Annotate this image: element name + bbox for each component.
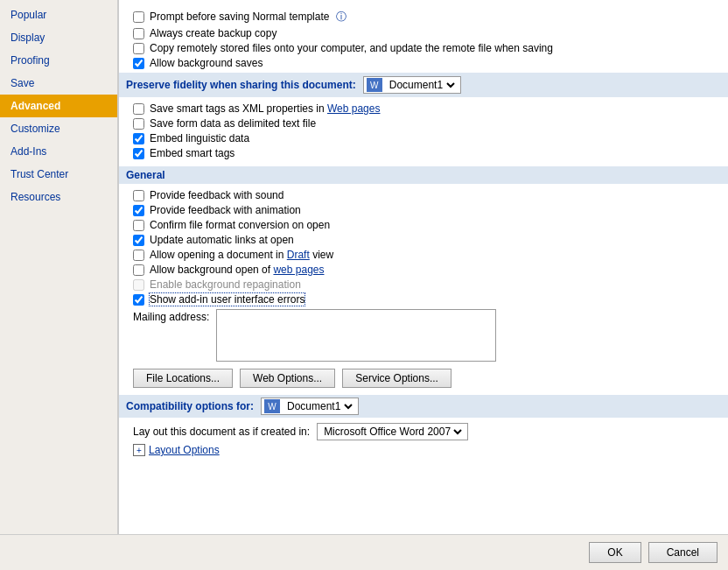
checkbox-feedback-sound-input[interactable]: [133, 190, 144, 201]
checkbox-smart-tags-xml-label: Save smart tags as XML properties in Web…: [150, 102, 380, 115]
checkbox-background-open: Allow background open of web pages: [130, 264, 718, 276]
checkbox-form-data-input[interactable]: [133, 118, 144, 130]
sidebar-item-popular[interactable]: Popular: [0, 4, 117, 26]
compat-label: Compatibility options for:: [126, 400, 254, 412]
checkbox-smart-tags-xml-input[interactable]: [133, 103, 144, 115]
checkbox-background-saves-input[interactable]: [133, 58, 144, 69]
sidebar-item-trustcenter[interactable]: Trust Center: [0, 163, 117, 186]
fidelity-row: Preserve fidelity when sharing this docu…: [119, 73, 728, 97]
mailing-address-row: Mailing address:: [130, 309, 718, 362]
checkbox-smart-tags-xml: Save smart tags as XML properties in Web…: [130, 102, 718, 115]
checkbox-update-links-input[interactable]: [133, 235, 144, 246]
draft-link: Draft: [287, 249, 310, 261]
mailing-address-input[interactable]: [216, 309, 496, 362]
checkbox-feedback-sound: Provide feedback with sound: [130, 189, 718, 201]
layout-options-row: + Layout Options: [133, 444, 718, 456]
compat-doc-icon: W: [264, 399, 280, 413]
dialog-body: Popular Display Proofing Save Advanced C…: [0, 0, 728, 534]
checkbox-repagination-input: [133, 279, 144, 291]
layout-label: Lay out this document as if created in:: [133, 426, 310, 438]
checkbox-copy-remote-label: Copy remotely stored files onto your com…: [150, 42, 553, 54]
sidebar-item-customize[interactable]: Customize: [0, 117, 117, 140]
checkbox-confirm-format-label: Confirm file format conversion on open: [150, 219, 330, 231]
dialog-footer: OK Cancel: [0, 534, 728, 570]
checkbox-addin-errors: Show add-in user interface errors: [130, 293, 718, 306]
checkbox-repagination: Enable background repagination: [130, 278, 718, 291]
sidebar-item-proofing[interactable]: Proofing: [0, 49, 117, 72]
checkbox-form-data: Save form data as delimited text file: [130, 117, 718, 130]
info-icon: ⓘ: [336, 11, 346, 23]
compat-select[interactable]: Document1: [284, 399, 355, 413]
checkbox-feedback-sound-label: Provide feedback with sound: [150, 189, 284, 201]
sidebar-item-advanced[interactable]: Advanced: [0, 95, 117, 117]
checkbox-backup: Always create backup copy: [130, 27, 718, 39]
checkbox-update-links-label: Update automatic links at open: [150, 234, 294, 246]
checkbox-embed-linguistic-input[interactable]: [133, 133, 144, 144]
checkbox-background-open-input[interactable]: [133, 264, 144, 276]
checkbox-repagination-label: Enable background repagination: [150, 278, 301, 291]
checkbox-prompt-normal-input[interactable]: [133, 11, 144, 23]
checkbox-update-links: Update automatic links at open: [130, 234, 718, 246]
mailing-address-label: Mailing address:: [133, 309, 209, 323]
checkbox-confirm-format-input[interactable]: [133, 220, 144, 231]
cancel-button[interactable]: Cancel: [648, 542, 718, 563]
layout-options-label[interactable]: Layout Options: [149, 444, 220, 456]
checkbox-copy-remote: Copy remotely stored files onto your com…: [130, 42, 718, 54]
checkbox-embed-smart-tags-label: Embed smart tags: [150, 147, 234, 159]
sidebar-item-addins[interactable]: Add-Ins: [0, 140, 117, 163]
action-buttons-row: File Locations... Web Options... Service…: [133, 369, 718, 388]
checkbox-backup-label: Always create backup copy: [150, 27, 276, 39]
checkbox-background-saves: Allow background saves: [130, 57, 718, 69]
ok-button[interactable]: OK: [589, 542, 640, 563]
layout-select[interactable]: Microsoft Office Word 2007: [320, 425, 465, 439]
fidelity-select[interactable]: Document1: [386, 78, 458, 92]
document-icon: W: [367, 78, 382, 92]
sidebar-item-display[interactable]: Display: [0, 26, 117, 49]
sidebar: Popular Display Proofing Save Advanced C…: [0, 0, 118, 534]
checkbox-background-open-label: Allow background open of web pages: [150, 264, 324, 276]
fidelity-select-wrap: W Document1: [363, 76, 461, 94]
checkbox-embed-smart-tags-input[interactable]: [133, 148, 144, 159]
web-pages-link2: web pages: [273, 264, 324, 276]
checkbox-embed-linguistic: Embed linguistic data: [130, 132, 718, 144]
checkbox-feedback-animation-label: Provide feedback with animation: [150, 204, 301, 216]
checkbox-background-saves-label: Allow background saves: [150, 57, 262, 69]
checkbox-addin-errors-input[interactable]: [133, 294, 144, 306]
checkbox-backup-input[interactable]: [133, 28, 144, 39]
checkbox-prompt-normal-label: Prompt before saving Normal template ⓘ: [150, 10, 346, 25]
main-content: Prompt before saving Normal template ⓘ A…: [118, 0, 728, 534]
checkbox-feedback-animation-input[interactable]: [133, 205, 144, 216]
general-section-header: General: [119, 166, 728, 184]
sidebar-item-save[interactable]: Save: [0, 72, 117, 95]
checkbox-prompt-normal: Prompt before saving Normal template ⓘ: [130, 10, 718, 25]
checkbox-embed-linguistic-label: Embed linguistic data: [150, 132, 249, 144]
checkbox-draft-view-label: Allow opening a document in Draft view: [150, 249, 333, 261]
checkbox-embed-smart-tags: Embed smart tags: [130, 147, 718, 159]
sidebar-item-resources[interactable]: Resources: [0, 186, 117, 208]
checkbox-copy-remote-input[interactable]: [133, 43, 144, 54]
service-options-button[interactable]: Service Options...: [342, 369, 452, 388]
checkbox-confirm-format: Confirm file format conversion on open: [130, 219, 718, 231]
layout-row: Lay out this document as if created in: …: [133, 423, 718, 440]
checkbox-addin-errors-label: Show add-in user interface errors: [150, 293, 304, 306]
word-options-dialog: Popular Display Proofing Save Advanced C…: [0, 0, 728, 570]
checkbox-draft-view: Allow opening a document in Draft view: [130, 249, 718, 261]
compat-header: Compatibility options for: W Document1: [119, 395, 728, 418]
compat-select-wrap: W Document1: [261, 398, 359, 415]
expand-icon[interactable]: +: [133, 444, 145, 456]
checkbox-draft-view-input[interactable]: [133, 250, 144, 261]
checkbox-feedback-animation: Provide feedback with animation: [130, 204, 718, 216]
fidelity-label: Preserve fidelity when sharing this docu…: [126, 79, 356, 91]
layout-select-wrap: Microsoft Office Word 2007: [317, 423, 468, 440]
web-pages-link: Web pages: [327, 102, 381, 115]
file-locations-button[interactable]: File Locations...: [133, 369, 233, 388]
web-options-button[interactable]: Web Options...: [240, 369, 335, 388]
checkbox-form-data-label: Save form data as delimited text file: [150, 117, 316, 130]
